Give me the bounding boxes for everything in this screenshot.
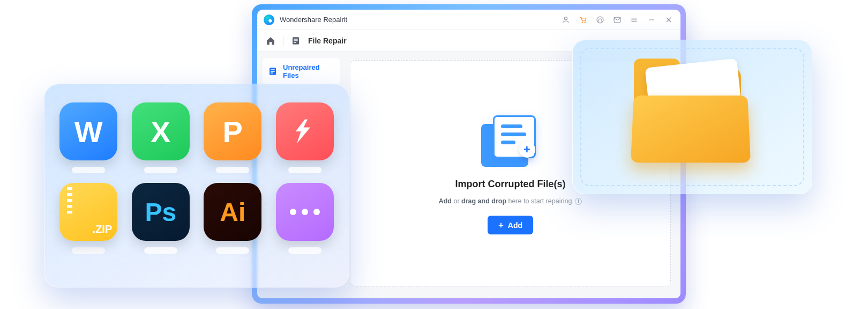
illustrator-icon: Ai — [204, 183, 261, 241]
svg-point-9 — [631, 19, 631, 20]
tile-ai: Ai — [204, 183, 262, 254]
tile-ppt: P — [204, 102, 262, 173]
tile-caption — [72, 167, 105, 173]
tile-zip: .ZIP — [59, 183, 118, 254]
tile-more — [276, 183, 334, 254]
tile-excel: X — [132, 102, 190, 173]
filetype-icon-card: W X P .ZIP — [44, 84, 349, 288]
cart-icon[interactable] — [579, 16, 587, 24]
svg-point-2 — [585, 21, 586, 23]
menu-icon[interactable] — [630, 16, 639, 24]
tile-word: W — [59, 102, 118, 173]
minimize-icon[interactable] — [647, 16, 656, 24]
app-logo-icon — [264, 14, 274, 25]
pdf-icon — [276, 102, 334, 160]
tile-caption — [216, 167, 249, 173]
tile-caption — [72, 247, 105, 254]
more-icon — [276, 183, 334, 241]
tile-caption — [288, 247, 321, 254]
dropzone-title: Import Corrupted File(s) — [455, 179, 566, 190]
document-icon — [268, 67, 278, 76]
svg-rect-17 — [294, 42, 296, 43]
close-icon[interactable] — [664, 16, 673, 24]
folder-card — [572, 40, 812, 194]
tile-caption — [216, 247, 249, 254]
mail-icon[interactable] — [613, 16, 622, 24]
zip-icon: .ZIP — [59, 183, 117, 241]
svg-rect-21 — [271, 72, 273, 73]
svg-point-0 — [564, 17, 567, 19]
svg-rect-19 — [271, 69, 275, 70]
tile-ps: Ps — [132, 183, 190, 254]
folder-icon — [631, 65, 754, 165]
tile-caption — [288, 167, 321, 173]
svg-point-3 — [597, 17, 603, 23]
tile-pdf — [276, 102, 334, 173]
support-icon[interactable] — [596, 16, 604, 24]
toolbar-separator — [283, 36, 283, 46]
svg-rect-16 — [294, 40, 298, 41]
svg-point-1 — [582, 21, 583, 23]
excel-icon: X — [132, 102, 190, 160]
toolbar-title: File Repair — [308, 36, 347, 45]
app-title: Wondershare Repairit — [280, 16, 347, 24]
add-button-label: Add — [508, 221, 522, 230]
tile-caption — [144, 167, 177, 173]
titlebar: Wondershare Repairit — [257, 10, 680, 30]
plus-icon: + — [498, 220, 504, 230]
svg-rect-15 — [294, 39, 298, 40]
add-button[interactable]: + Add — [488, 216, 533, 234]
import-file-icon — [481, 112, 540, 171]
powerpoint-icon: P — [204, 102, 261, 160]
svg-point-10 — [631, 21, 631, 21]
file-repair-icon — [291, 36, 301, 46]
info-icon[interactable] — [575, 198, 582, 205]
svg-rect-20 — [271, 71, 275, 72]
word-icon: W — [59, 102, 117, 160]
user-icon[interactable] — [562, 16, 570, 24]
sidebar-item-unrepaired[interactable]: Unrepaired Files — [263, 58, 340, 85]
tile-caption — [144, 247, 177, 254]
svg-point-8 — [631, 18, 631, 18]
dropzone-subtitle: Add or drag and drop here to start repai… — [439, 197, 582, 205]
photoshop-icon: Ps — [132, 183, 190, 241]
home-icon[interactable] — [266, 36, 275, 46]
sidebar-item-label: Unrepaired Files — [283, 63, 335, 79]
plus-badge-icon — [519, 142, 535, 158]
svg-rect-4 — [614, 17, 620, 22]
titlebar-icons — [562, 16, 673, 24]
